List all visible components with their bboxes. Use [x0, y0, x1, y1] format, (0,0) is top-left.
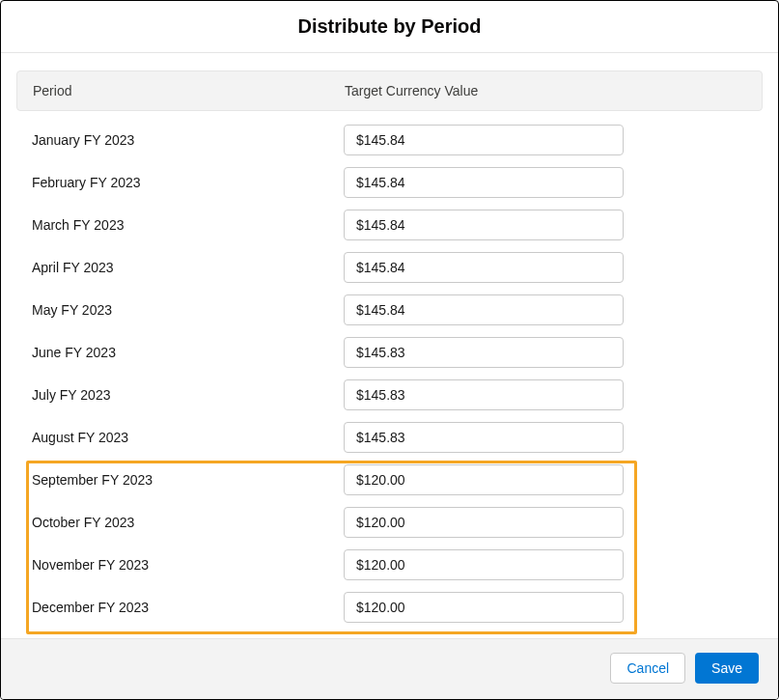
value-input[interactable] — [344, 422, 624, 453]
value-input[interactable] — [344, 592, 624, 623]
value-input[interactable] — [344, 252, 624, 283]
table-row: March FY 2023 — [16, 204, 763, 246]
period-label: October FY 2023 — [32, 515, 344, 530]
dialog-footer: Cancel Save — [1, 638, 778, 699]
value-input[interactable] — [344, 549, 624, 580]
cancel-button[interactable]: Cancel — [610, 653, 685, 684]
value-input[interactable] — [344, 294, 624, 325]
period-label: September FY 2023 — [32, 472, 344, 488]
table-row: September FY 2023 — [16, 459, 763, 501]
dialog-header: Distribute by Period — [1, 1, 778, 53]
table-row: July FY 2023 — [16, 374, 763, 416]
period-label: May FY 2023 — [32, 302, 344, 318]
save-button[interactable]: Save — [695, 653, 759, 684]
table-row: May FY 2023 — [16, 289, 763, 331]
period-label: March FY 2023 — [32, 217, 344, 233]
value-input[interactable] — [344, 125, 624, 155]
table-header: Period Target Currency Value — [16, 70, 763, 111]
dialog-title: Distribute by Period — [1, 15, 778, 38]
period-label: December FY 2023 — [32, 600, 344, 615]
value-input[interactable] — [344, 167, 624, 198]
table-row: November FY 2023 — [16, 544, 763, 586]
period-label: November FY 2023 — [32, 557, 344, 573]
period-label: June FY 2023 — [32, 345, 344, 360]
dialog-content: Period Target Currency Value January FY … — [1, 53, 778, 638]
table-row: April FY 2023 — [16, 246, 763, 289]
value-input[interactable] — [344, 337, 624, 368]
table-row: August FY 2023 — [16, 416, 763, 459]
value-input[interactable] — [344, 507, 624, 538]
period-label: January FY 2023 — [32, 132, 344, 148]
period-label: April FY 2023 — [32, 260, 344, 275]
table-rows: January FY 2023 February FY 2023 March F… — [16, 111, 763, 629]
column-header-period: Period — [33, 83, 345, 98]
table-row: October FY 2023 — [16, 501, 763, 544]
value-input[interactable] — [344, 210, 624, 240]
table-row: January FY 2023 — [16, 119, 763, 161]
column-header-value: Target Currency Value — [345, 83, 746, 98]
period-label: August FY 2023 — [32, 430, 344, 445]
table-row: December FY 2023 — [16, 586, 763, 629]
table-row: February FY 2023 — [16, 161, 763, 204]
period-label: July FY 2023 — [32, 387, 344, 403]
period-label: February FY 2023 — [32, 175, 344, 190]
value-input[interactable] — [344, 464, 624, 495]
value-input[interactable] — [344, 379, 624, 410]
table-row: June FY 2023 — [16, 331, 763, 374]
